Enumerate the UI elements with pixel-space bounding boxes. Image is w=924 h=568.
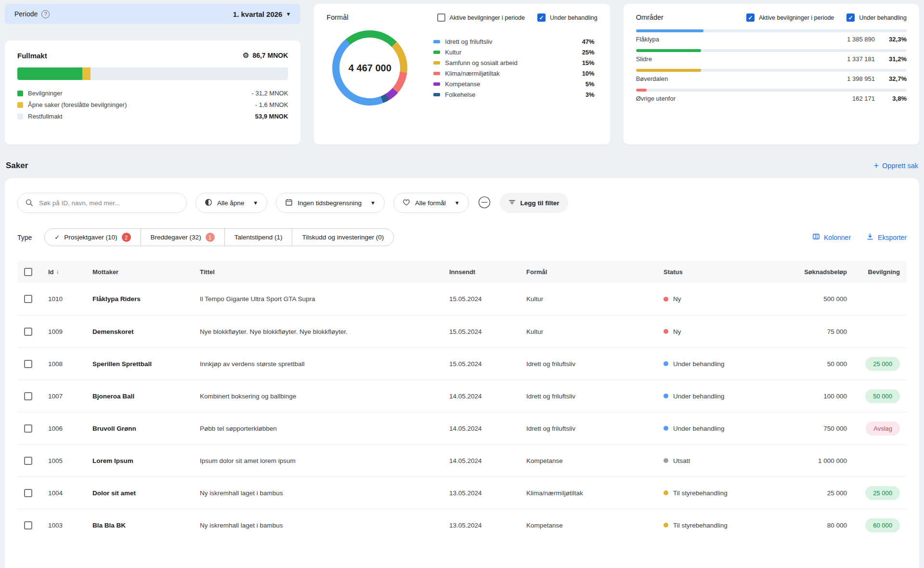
select-all-checkbox[interactable] [24,268,32,276]
search-input[interactable] [17,193,187,213]
period-label-group: Periode ? [14,10,50,18]
type-tab[interactable]: ✓ Prosjektgaver (10) 2 [44,228,141,246]
filter-checkbox[interactable]: Aktive bevilgninger i periode [746,13,834,22]
status-dot [664,297,668,302]
legend-swatch [433,40,440,43]
period-dropdown[interactable]: 1. kvartal 2026 ▼ [233,10,291,18]
checkbox-icon [746,13,755,22]
cell-status: Under behandling [664,425,791,432]
remove-filter-button[interactable] [478,196,491,211]
period-fullmakt-column: Periode ? 1. kvartal 2026 ▼ Fullmakt ⚙ 8… [5,4,300,145]
area-percent: 32,3% [885,36,907,43]
cell-formal: Idrett og friluftsliv [526,425,664,432]
type-tab[interactable]: ✓ Talentstipend (1) [224,228,293,246]
cell-mottaker: Bjoneroa Ball [92,393,200,400]
cell-status: Ny [664,295,791,303]
row-checkbox[interactable] [24,489,32,497]
status-label: Under behandling [673,425,725,432]
header-status[interactable]: Status [664,268,791,276]
filter-dropdown[interactable]: Alle formål ▼ [393,193,469,213]
filter-dropdown[interactable]: Alle åpne ▼ [195,193,267,213]
row-checkbox[interactable] [24,424,32,433]
add-filter-button[interactable]: Legg til filter [500,193,568,213]
calendar-icon [285,198,293,208]
help-icon[interactable]: ? [41,10,50,18]
export-button[interactable]: Eksporter [866,233,907,242]
row-checkbox[interactable] [24,457,32,465]
row-checkbox[interactable] [24,521,32,529]
cell-mottaker: Bla Bla BK [92,522,200,529]
status-dot [664,523,668,528]
table-row[interactable]: 1008 Sperillen Sprettball Innkjøp av ver… [17,347,907,380]
columns-button[interactable]: Kolonner [812,233,851,242]
area-bar-track [636,49,907,52]
formal-legend-item: Folkehelse 3% [433,91,594,98]
cell-formal: Idrett og friluftsliv [526,393,664,400]
filter-dropdown[interactable]: Ingen tidsbegrensning ▼ [276,193,385,213]
table-row[interactable]: 1004 Dolor sit amet Ny iskremhall laget … [17,476,907,509]
row-checkbox[interactable] [24,328,32,336]
header-mottaker[interactable]: Mottaker [92,268,200,276]
header-innsendt[interactable]: Innsendt [449,268,526,276]
table-row[interactable]: 1009 Demenskoret Nye blokkfløyter. Nye b… [17,315,907,347]
cases-panel: Alle åpne ▼ Ingen tidsbegrensning ▼ Alle… [5,178,919,568]
legend-percent: 15% [582,59,595,66]
area-percent: 31,2% [885,55,907,63]
filter-checkbox[interactable]: Under behandling [846,13,907,22]
gear-icon[interactable]: ⚙ [243,51,249,60]
area-bar-track [636,29,907,32]
cell-formal: Kompetanse [526,457,664,464]
bevilgning-badge: 25 000 [865,486,900,500]
cell-status: Utsatt [664,457,791,464]
area-value: 1 385 890 [847,36,875,43]
cell-bevilgning: 25 000 [854,357,907,371]
table-row[interactable]: 1006 Bruvoll Grønn Pøbb tel søpporterklø… [17,412,907,444]
cell-mottaker: Flåklypa Riders [92,295,200,303]
header-bevilgning[interactable]: Bevilgning [854,268,907,276]
row-checkbox[interactable] [24,360,32,368]
create-case-button[interactable]: + Opprett sak [874,161,918,170]
filter-dropdowns: Alle åpne ▼ Ingen tidsbegrensning ▼ Alle… [195,193,469,213]
area-bar-fill [636,89,647,92]
formal-legend: Idrett og friluftsliv 47% Kultur 25% Sam… [433,38,594,98]
fullmakt-legend-item: Åpne saker (foreslåtte bevilgninger) - 1… [17,101,288,108]
area-row: Øvrige utenfor 162 171 3,8% [636,89,907,102]
search-icon [25,198,33,208]
table-row[interactable]: 1005 Lorem Ipsum Ipsum dolor sit amet lo… [17,444,907,476]
type-tab[interactable]: ✓ Breddegaver (32) 1 [141,228,225,246]
header-formal[interactable]: Formål [526,268,664,276]
fullmakt-legend: Bevilgninger - 31,2 MNOK Åpne saker (for… [17,90,288,120]
legend-swatch [17,102,23,108]
checkbox-icon [537,13,546,22]
table-row[interactable]: 1010 Flåklypa Riders Il Tempo Gigante Ul… [17,283,907,315]
cell-mottaker: Demenskoret [92,328,200,335]
heart-icon [403,198,410,208]
checkbox-icon [846,13,855,22]
omrader-rows: Flåklypa 1 385 890 32,3% Slidre 1 337 18… [636,29,907,102]
omrader-title: Områder [636,13,664,21]
cell-soknadsbelop: 750 000 [791,425,854,432]
bevilgning-badge: 25 000 [865,357,900,371]
filter-checkbox[interactable]: Aktive bevilgninger i periode [437,13,525,22]
cell-status: Ny [664,328,791,335]
filter-checkbox[interactable]: Under behandling [537,13,598,22]
type-tab[interactable]: ✓ Tilskudd og investeringer (0) [292,228,394,246]
cell-formal: Kultur [526,295,664,303]
cell-id: 1003 [48,522,92,529]
legend-swatch [433,82,440,86]
row-checkbox[interactable] [24,295,32,303]
area-value: 1 398 951 [847,75,875,82]
search-box [17,193,187,213]
cell-innsendt: 14.05.2024 [449,457,526,464]
header-soknadsbelop[interactable]: Søknadsbeløp [791,268,854,276]
legend-swatch [433,72,440,75]
checkmark-icon: ✓ [54,234,60,241]
fullmakt-total: 86,7 MNOK [252,52,288,59]
fullmakt-legend-item: Bevilgninger - 31,2 MNOK [17,90,288,97]
table-row[interactable]: 1007 Bjoneroa Ball Kombinert boksering o… [17,380,907,412]
table-row[interactable]: 1003 Bla Bla BK Ny iskremhall laget i ba… [17,509,907,541]
cell-tittel: Nye blokkfløyter. Nye blokkfløyter. Nye … [200,328,449,335]
header-id[interactable]: Id↓ [48,268,92,276]
header-tittel[interactable]: Tittel [200,268,449,276]
row-checkbox[interactable] [24,392,32,400]
